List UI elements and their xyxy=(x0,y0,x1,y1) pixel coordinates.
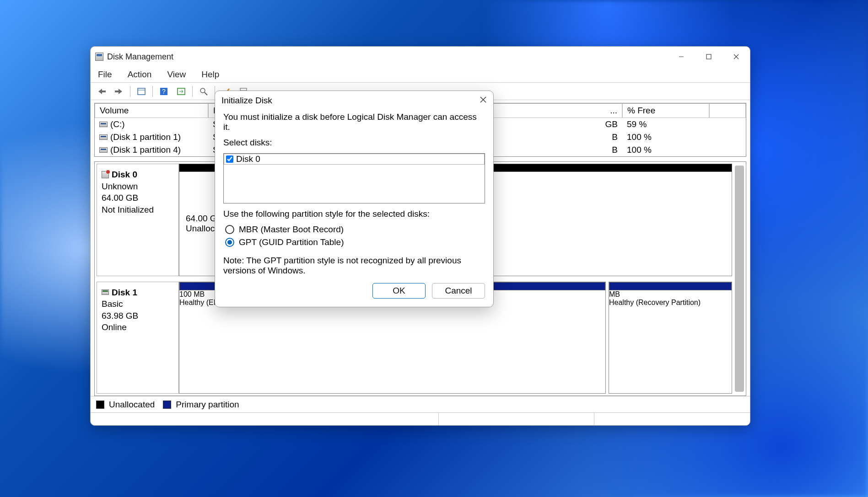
svg-rect-6 xyxy=(138,88,145,95)
disk0-summary[interactable]: Disk 0 Unknown 64.00 GB Not Initialized xyxy=(97,164,179,276)
dialog-close-button[interactable] xyxy=(480,96,487,106)
primary-stripe xyxy=(609,282,732,290)
menu-action[interactable]: Action xyxy=(125,69,155,80)
dialog-note: Note: The GPT partition style is not rec… xyxy=(223,256,485,276)
disk-management-icon xyxy=(95,53,103,61)
col-end[interactable] xyxy=(709,103,746,118)
menubar: File Action View Help xyxy=(91,67,750,83)
partition-style-label: Use the following partition style for th… xyxy=(223,209,485,219)
dialog-buttons: OK Cancel xyxy=(215,277,493,307)
radio-gpt[interactable]: GPT (GUID Partition Table) xyxy=(223,237,485,247)
disk-management-window: Disk Management File Action View Help ? xyxy=(90,46,750,426)
close-button[interactable] xyxy=(722,47,750,67)
statusbar xyxy=(91,412,750,425)
window-title: Disk Management xyxy=(107,52,173,62)
col-volume[interactable]: Volume xyxy=(95,103,208,118)
svg-rect-4 xyxy=(102,91,106,92)
ok-button[interactable]: OK xyxy=(372,283,426,299)
back-button[interactable] xyxy=(95,85,108,98)
menu-help[interactable]: Help xyxy=(199,69,222,80)
disk1-summary[interactable]: Disk 1 Basic 63.98 GB Online xyxy=(97,282,179,394)
svg-rect-5 xyxy=(115,91,119,92)
disk-online-icon xyxy=(102,289,109,295)
volume-icon xyxy=(99,122,108,127)
legend-swatch-primary xyxy=(163,401,171,409)
svg-point-11 xyxy=(200,88,205,93)
refresh-icon[interactable] xyxy=(175,85,188,98)
disk1-partition-4[interactable]: MB Healthy (Recovery Partition) xyxy=(609,282,732,394)
dialog-title: Initialize Disk xyxy=(221,96,272,106)
svg-line-12 xyxy=(205,92,207,95)
volume-icon xyxy=(99,134,108,140)
radio-mbr[interactable]: MBR (Master Boot Record) xyxy=(223,224,485,235)
radio-icon xyxy=(225,225,234,234)
cancel-button[interactable]: Cancel xyxy=(432,283,485,299)
maximize-button[interactable] xyxy=(695,47,722,67)
disk-uninitialized-icon xyxy=(102,171,109,178)
forward-button[interactable] xyxy=(113,85,125,98)
dialog-titlebar: Initialize Disk xyxy=(215,91,493,110)
disk-checkbox-row[interactable]: Disk 0 xyxy=(224,154,485,165)
help-icon[interactable]: ? xyxy=(157,85,170,98)
dialog-message: You must initialize a disk before Logica… xyxy=(223,112,485,132)
legend-swatch-unallocated xyxy=(96,401,104,409)
col-pctfree[interactable]: % Free xyxy=(622,103,709,118)
initialize-disk-dialog: Initialize Disk You must initialize a di… xyxy=(215,91,494,307)
menu-file[interactable]: File xyxy=(95,69,115,80)
volume-icon xyxy=(99,147,108,153)
titlebar: Disk Management xyxy=(91,47,750,67)
minimize-button[interactable] xyxy=(668,47,695,67)
radio-icon xyxy=(225,238,234,247)
disk-listbox[interactable]: Disk 0 xyxy=(223,153,485,203)
window-controls xyxy=(668,47,750,67)
settings-icon[interactable] xyxy=(197,85,210,98)
svg-rect-1 xyxy=(706,54,711,59)
svg-text:?: ? xyxy=(162,88,166,95)
disk0-checkbox[interactable] xyxy=(226,155,233,163)
properties-icon[interactable] xyxy=(135,85,148,98)
legend: Unallocated Primary partition xyxy=(91,396,750,412)
scrollbar[interactable] xyxy=(735,166,744,392)
select-disks-label: Select disks: xyxy=(223,138,485,148)
menu-view[interactable]: View xyxy=(164,69,189,80)
